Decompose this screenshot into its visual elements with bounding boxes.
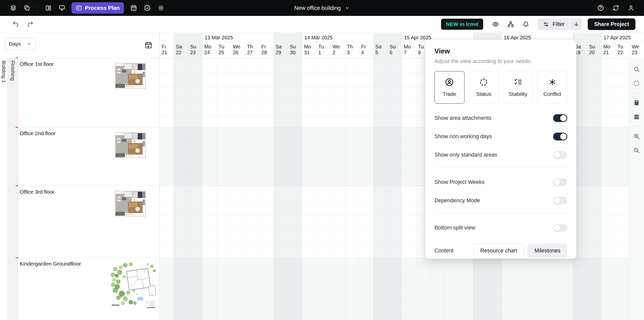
day-header-cell: We23 <box>630 42 644 58</box>
day-header-cell: Su20 <box>587 42 601 58</box>
toggle-show-only-standard-areas[interactable] <box>553 151 567 159</box>
day-header-cell: Sa22 <box>174 42 188 58</box>
process-plan-button[interactable]: Process Plan <box>71 2 124 14</box>
calendar-grid-button[interactable] <box>631 111 642 122</box>
weekend-column <box>274 33 288 320</box>
filter-label: Filter <box>553 21 565 27</box>
redo-button[interactable] <box>25 19 36 30</box>
day-gridline <box>160 42 160 320</box>
day-header-cell: Sa29 <box>274 42 288 58</box>
day-gridline <box>174 42 174 320</box>
help-icon[interactable] <box>595 3 606 14</box>
copy-icon[interactable] <box>21 3 32 14</box>
panel-divider <box>434 213 567 213</box>
whiteboard-icon[interactable] <box>56 3 67 14</box>
areas-panel: Days Building 1 Finishing Office 1st flo… <box>0 33 160 320</box>
day-gridline <box>345 42 345 320</box>
weekend-column <box>373 33 388 320</box>
building-column[interactable]: Building 1 <box>0 58 8 320</box>
phase-column[interactable]: Finishing <box>8 58 18 320</box>
undo-button[interactable] <box>10 19 21 30</box>
layers-icon[interactable] <box>8 3 19 14</box>
day-header-cell: Th27 <box>245 42 259 58</box>
sliders-icon <box>543 21 549 27</box>
area-row-label[interactable]: Office 3rd floor <box>20 189 54 195</box>
rail-divider <box>632 126 641 127</box>
toggle-bottom-split-view[interactable] <box>553 224 567 232</box>
new-badge-label: NEW in lcmd <box>446 21 478 27</box>
toggle-row: Dependency Mode <box>434 196 567 205</box>
user-icon[interactable] <box>625 3 636 14</box>
share-label: Share Project <box>594 21 629 27</box>
check-circle-icon[interactable] <box>142 3 153 14</box>
week-header-cell: 13 Mär 2025 <box>202 33 302 42</box>
row-separator <box>18 186 159 186</box>
day-header-cell: Su23 <box>188 42 202 58</box>
day-gridline <box>274 42 274 320</box>
trade-person-icon <box>445 78 454 87</box>
share-project-button[interactable]: Share Project <box>588 18 635 30</box>
zoom-out-button[interactable] <box>631 145 642 156</box>
day-header-cell: Fr4 <box>359 42 373 58</box>
week-header-cell <box>160 33 202 42</box>
day-gridline <box>601 42 602 320</box>
day-header-cell: Fr28 <box>259 42 273 58</box>
filter-group: Filter <box>538 18 582 30</box>
calendar-icon[interactable] <box>128 3 139 14</box>
toggle-show-area-attachments[interactable] <box>553 114 567 122</box>
calendar-lines-icon <box>76 5 82 11</box>
day-gridline <box>316 42 317 320</box>
day-header-cell: We26 <box>231 42 245 58</box>
area-row-label[interactable]: Office 1st floor <box>20 61 54 67</box>
toggle-show-project-weeks[interactable] <box>553 178 567 186</box>
filter-button[interactable]: Filter <box>538 18 570 30</box>
day-gridline <box>217 42 217 320</box>
new-in-lcmd-badge[interactable]: NEW in lcmd <box>441 19 483 30</box>
select-area-button[interactable] <box>631 78 642 89</box>
day-header-cell: Tu25 <box>217 42 231 58</box>
day-header-cell: Su30 <box>288 42 302 58</box>
search-button[interactable] <box>631 64 642 75</box>
view-mode-conflict[interactable]: Conflict <box>537 71 567 104</box>
sync-icon[interactable] <box>610 3 621 14</box>
chevron-down-icon <box>27 41 32 46</box>
calendar-import-icon[interactable] <box>143 40 154 51</box>
view-mode-stability[interactable]: Stability <box>503 71 533 104</box>
area-row-label[interactable]: Office 2nd floor <box>20 130 56 136</box>
toggle-row: Show area attachments <box>434 114 567 122</box>
weekend-column <box>388 33 402 320</box>
day-header-cell: Fr21 <box>160 42 174 58</box>
time-scale-select[interactable]: Days <box>5 38 36 50</box>
weekend-column <box>174 33 188 320</box>
day-header-cell: Mo24 <box>202 42 216 58</box>
toggle-row: Show Project Weeks <box>434 178 567 186</box>
bell-icon[interactable] <box>520 18 532 30</box>
view-mode-status[interactable]: Status <box>469 71 499 104</box>
week-header-cell: 17 Apr 2025 <box>601 33 644 42</box>
milestones-button[interactable]: Milestones <box>528 244 567 258</box>
chevron-down-icon <box>345 5 350 11</box>
day-gridline <box>373 42 374 320</box>
day-header-cell: Mo31 <box>302 42 316 58</box>
row-separator <box>18 258 159 258</box>
day-gridline <box>615 42 616 320</box>
panel-divider <box>434 167 567 168</box>
sitemap-icon[interactable] <box>505 18 517 30</box>
section-marker <box>16 257 18 258</box>
download-arrow-button[interactable] <box>570 18 582 30</box>
eye-icon[interactable] <box>490 18 501 30</box>
notebook-button[interactable] <box>631 97 642 108</box>
settings-gear-icon[interactable] <box>155 3 166 14</box>
section-marker <box>16 127 18 128</box>
day-gridline <box>231 42 231 320</box>
toggle-show-non-working-days[interactable] <box>553 133 567 140</box>
status-dashed-circle-icon <box>479 78 488 87</box>
board-layout-icon[interactable] <box>43 3 54 14</box>
day-gridline <box>302 42 302 320</box>
area-row-label[interactable]: Kindergarden Groundfloor <box>20 261 81 267</box>
toggle-dependency-mode[interactable] <box>553 197 567 205</box>
view-mode-trade[interactable]: Trade <box>434 71 465 104</box>
resource-chart-button[interactable]: Resource chart <box>473 244 524 258</box>
zoom-in-button[interactable] <box>631 131 642 142</box>
floor-plan-thumbnail <box>112 189 148 219</box>
